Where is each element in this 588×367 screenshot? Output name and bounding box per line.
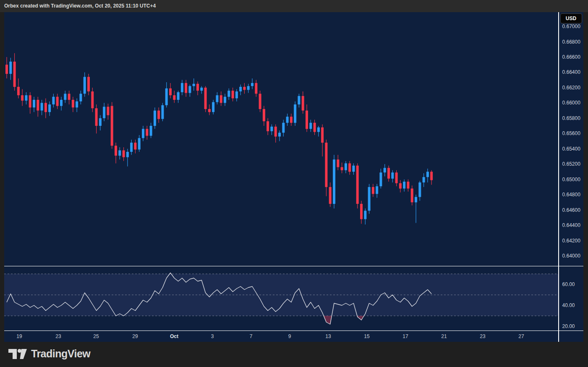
candle-up [76, 102, 78, 108]
price-tick-label: 0.64600 [562, 207, 580, 213]
candle-down [395, 172, 398, 183]
candle-down [372, 187, 374, 194]
candle-down [87, 77, 90, 91]
candle-up [403, 182, 405, 188]
candle-up [79, 94, 82, 102]
currency-toggle-button[interactable]: USD [560, 13, 582, 23]
candle-up [379, 172, 382, 186]
candle-up [345, 163, 347, 170]
candle-down [37, 100, 39, 111]
tradingview-logo[interactable]: TradingView [8, 348, 90, 360]
candle-down [411, 189, 413, 203]
candle-down [263, 109, 265, 121]
candle-up [278, 133, 281, 136]
candle-down [13, 62, 16, 87]
candle-up [368, 187, 371, 211]
candle-down [68, 94, 71, 100]
rsi-pane[interactable] [4, 266, 558, 331]
candle-up [52, 97, 55, 104]
candle-up [9, 62, 12, 74]
candle-down [134, 143, 136, 149]
price-tick-label: 0.65600 [562, 130, 580, 136]
attribution-text: Orbex created with TradingView.com, Oct … [0, 3, 156, 9]
candle-down [325, 143, 327, 187]
candle-up [364, 211, 366, 219]
time-label-day: 21 [441, 333, 447, 339]
candle-down [321, 128, 324, 143]
candle-up [60, 100, 63, 106]
rsi-tick-label: 40.00 [562, 302, 575, 308]
candle-up [333, 159, 335, 204]
candle-down [356, 166, 359, 204]
candle-up [130, 143, 133, 152]
price-tick-label: 0.66200 [562, 85, 580, 91]
candle-up [423, 177, 425, 182]
time-label-day: 9 [288, 333, 291, 339]
candle-down [185, 83, 187, 93]
tradingview-logo-icon [8, 349, 27, 359]
rsi-tick-label: 60.00 [562, 281, 575, 287]
chart-area: 19232529Oct379131517212327 USD 0.670000.… [4, 12, 583, 342]
candle-down [290, 117, 293, 123]
candle-up [212, 102, 214, 112]
candle-up [282, 123, 285, 133]
time-label-day: 23 [55, 333, 61, 339]
candle-up [391, 172, 394, 179]
time-label-day: 7 [250, 333, 253, 339]
candle-up [99, 118, 102, 126]
candle-down [146, 129, 148, 135]
time-label-day: 25 [93, 333, 99, 339]
candle-up [251, 83, 253, 86]
price-tick-label: 0.66600 [562, 54, 580, 60]
candle-up [418, 182, 421, 197]
price-tick-label: 0.65200 [562, 161, 580, 167]
time-label-day: 15 [364, 333, 369, 339]
candlestick-pane[interactable] [4, 12, 558, 266]
candle-down [232, 91, 234, 98]
time-label-day: 3 [211, 333, 214, 339]
candle-down [255, 83, 257, 94]
candle-up [270, 127, 273, 131]
candle-up [239, 87, 242, 91]
price-tick-label: 0.65800 [562, 115, 580, 121]
candle-down [115, 146, 117, 156]
candle-down [341, 167, 343, 170]
rsi-tick-label: 20.00 [562, 323, 575, 329]
time-label-day: 19 [16, 333, 22, 339]
time-label-day: 23 [480, 333, 485, 339]
candle-down [5, 65, 8, 74]
candle-up [200, 88, 203, 91]
candle-down [91, 91, 94, 108]
candle-down [157, 111, 160, 119]
candle-down [348, 163, 351, 172]
candle-down [387, 168, 390, 179]
price-tick-label: 0.66800 [562, 39, 580, 45]
candle-down [274, 127, 277, 137]
candle-down [111, 106, 113, 146]
candle-up [33, 100, 35, 107]
candle-up [48, 104, 51, 112]
candle-down [306, 111, 308, 129]
candle-down [314, 123, 316, 132]
price-axis[interactable]: USD 0.670000.668000.666000.664000.662000… [559, 12, 583, 342]
time-axis[interactable]: 19232529Oct379131517212327 [4, 331, 558, 342]
price-tick-label: 0.66000 [562, 100, 580, 106]
candle-down [243, 87, 246, 90]
candle-up [294, 104, 296, 123]
price-tick-label: 0.65400 [562, 146, 580, 152]
candle-down [259, 94, 261, 109]
candle-up [298, 96, 300, 104]
price-tick-label: 0.64400 [562, 222, 580, 228]
candle-up [247, 86, 250, 90]
candle-down [329, 187, 332, 204]
candle-up [317, 128, 320, 132]
candle-up [376, 186, 378, 194]
candle-down [72, 100, 74, 107]
price-tick-label: 0.67000 [562, 23, 580, 29]
candle-up [142, 129, 144, 138]
attribution-bar: Orbex created with TradingView.com, Oct … [0, 0, 588, 12]
candle-up [384, 168, 386, 172]
price-tick-label: 0.64000 [562, 253, 580, 259]
candle-up [286, 117, 289, 123]
time-label-day: 17 [402, 333, 408, 339]
